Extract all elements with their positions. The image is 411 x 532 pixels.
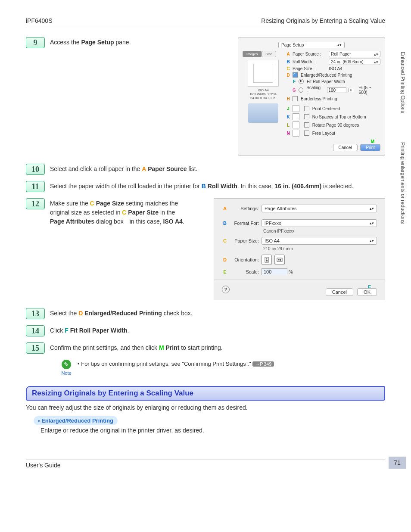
scale-input[interactable]: 100 xyxy=(262,268,287,275)
cancel-button[interactable]: Cancel xyxy=(333,144,358,151)
label: Free Layout xyxy=(312,131,335,136)
tag-B: B xyxy=(222,221,228,226)
label: Paper Size: xyxy=(229,238,259,243)
label: Orientation: xyxy=(229,257,259,262)
footer-left: User's Guide xyxy=(26,462,60,469)
tag-G: G xyxy=(292,88,297,93)
format-for-select[interactable]: iPFxxxx▴▾ xyxy=(262,219,377,227)
text: Paper Source xyxy=(148,165,187,172)
label: Fit Roll Paper Width xyxy=(307,79,345,84)
tag-A: A xyxy=(142,165,146,172)
paper-source-select[interactable]: Roll Paper▴▾ xyxy=(329,51,380,57)
bullet: • xyxy=(78,361,80,367)
text: Enlarged/Reduced Printing xyxy=(84,310,162,317)
label: Rotate Page 90 degrees xyxy=(312,123,359,128)
step-13: 13 Select the D Enlarged/Reduced Printin… xyxy=(26,308,385,319)
tag-F: F xyxy=(292,79,297,84)
value: Page Attributes xyxy=(265,206,297,211)
step-12: 12 Make sure the C Page Size setting mat… xyxy=(26,198,187,226)
page-setup-dialog: Page Setup▴▾ Images Size ISO A4 Roll Wid… xyxy=(238,37,385,156)
paper-size-select[interactable]: ISO A4▴▾ xyxy=(262,237,377,245)
step-number: 13 xyxy=(26,308,45,319)
tag-J: J xyxy=(286,106,291,111)
enlarged-reduced-checkbox[interactable] xyxy=(293,72,298,78)
tag-D: D xyxy=(286,73,291,78)
tag-A: A xyxy=(222,206,228,211)
label: Page Size : xyxy=(293,66,327,71)
orientation-portrait-button[interactable] xyxy=(262,255,272,265)
text: Access the xyxy=(50,39,81,46)
tag-C: C xyxy=(222,238,228,243)
tag-C: C xyxy=(90,200,94,207)
text: check box. xyxy=(162,310,193,317)
tag-K: K xyxy=(286,115,291,119)
scaling-stepper[interactable]: ▴▾ xyxy=(348,88,354,92)
person-landscape-icon xyxy=(277,257,283,263)
rotate-icon xyxy=(293,121,299,128)
person-portrait-icon xyxy=(264,257,270,263)
text: list. xyxy=(187,165,198,172)
tag-H: H xyxy=(286,96,291,101)
value: ISO A4 xyxy=(265,238,280,243)
print-centered-icon xyxy=(293,105,299,112)
free-layout-checkbox[interactable] xyxy=(304,131,309,136)
text: Select the paper width of the roll loade… xyxy=(50,183,202,190)
cancel-button[interactable]: Cancel xyxy=(326,288,353,296)
scaling-input[interactable]: 100 xyxy=(327,87,346,93)
step-number: 11 xyxy=(26,181,45,192)
text: Roll Width xyxy=(208,183,237,190)
help-button[interactable]: ? xyxy=(222,286,230,293)
page-link[interactable]: →P.349 xyxy=(252,361,274,367)
label: Print Centered xyxy=(312,106,340,111)
header-right: Resizing Originals by Entering a Scaling… xyxy=(261,17,385,24)
print-button[interactable]: Print xyxy=(360,144,380,151)
tag-L: L xyxy=(286,123,291,128)
step-9: 9 Access the Page Setup pane. xyxy=(26,37,177,48)
page-setup-dropdown[interactable]: Page Setup▴▾ xyxy=(278,42,345,48)
tag-F: F xyxy=(65,327,68,334)
ok-button[interactable]: OK xyxy=(357,288,377,296)
preview-label: Roll Width :295% xyxy=(243,92,284,96)
label: Borderless Printing xyxy=(301,96,337,101)
tab-images[interactable]: Images xyxy=(243,51,262,57)
side-tab-1: Enhanced Printing Options xyxy=(400,52,406,113)
free-layout-icon xyxy=(293,130,299,137)
text: dialog box—in this case, xyxy=(94,218,163,225)
no-spaces-icon xyxy=(293,113,299,120)
settings-select[interactable]: Page Attributes▴▾ xyxy=(262,205,377,212)
bullet-body: Enlarge or reduce the original in the pr… xyxy=(40,427,385,434)
page: iPF6400S Resizing Originals by Entering … xyxy=(0,0,411,486)
page-number: 71 xyxy=(389,457,406,469)
chevron-updown-icon: ▴▾ xyxy=(374,52,378,56)
chevron-updown-icon: ▴▾ xyxy=(370,239,374,243)
text: . xyxy=(183,218,184,225)
text: in the xyxy=(159,209,175,216)
chevron-updown-icon: ▴▾ xyxy=(374,60,378,64)
print-centered-checkbox[interactable] xyxy=(304,106,309,111)
label: % xyxy=(289,269,293,274)
step-10: 10 Select and click a roll paper in the … xyxy=(26,164,385,175)
note-label: Note xyxy=(60,370,72,376)
orientation-landscape-button[interactable] xyxy=(274,255,285,265)
text: pane. xyxy=(114,39,131,46)
chevron-updown-icon: ▴▾ xyxy=(370,221,374,225)
text: 16 in. (406.4mm) xyxy=(274,183,321,190)
svg-point-4 xyxy=(278,259,280,261)
text: Fit Roll Paper Width xyxy=(70,327,128,334)
rotate-checkbox[interactable] xyxy=(304,122,309,128)
borderless-checkbox[interactable] xyxy=(293,96,298,101)
side-tab-2: Printing enlargements or reductions xyxy=(400,142,406,224)
tag-D: D xyxy=(78,310,83,317)
label: Settings: xyxy=(229,206,259,211)
scaling-radio[interactable] xyxy=(299,87,304,93)
value: iPFxxxx xyxy=(265,221,281,226)
note-box: ✎ Note • For tips on confirming print se… xyxy=(60,360,385,376)
roll-width-select[interactable]: 24 in. (609.6mm)▴▾ xyxy=(329,59,380,65)
text: Select and click a roll paper in the xyxy=(50,165,142,172)
subtext: 210 by 297 mm xyxy=(263,246,377,251)
text: Page Attributes xyxy=(50,218,94,225)
chevron-updown-icon: ▴▾ xyxy=(337,43,342,47)
no-spaces-checkbox[interactable] xyxy=(304,114,309,119)
tab-size[interactable]: Size xyxy=(262,51,276,57)
fit-roll-radio[interactable] xyxy=(299,79,304,84)
